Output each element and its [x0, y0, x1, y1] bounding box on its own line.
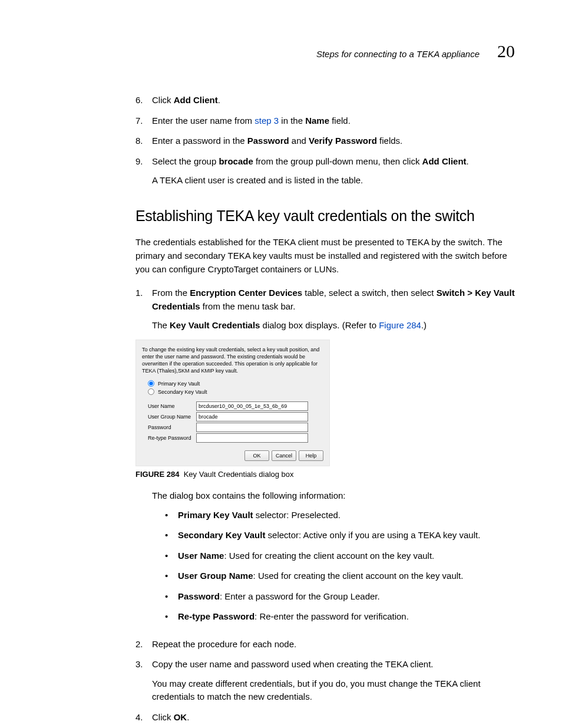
radio-primary-input[interactable]	[148, 380, 154, 387]
dialog-fields: User Name User Group Name Password Re-ty…	[148, 401, 310, 443]
dialog-intro: To change the existing key vault credent…	[142, 346, 323, 375]
step-c3: 3. Copy the user name and password used …	[135, 658, 515, 704]
list-item: Primary Key Vault selector: Preselected.	[165, 509, 515, 522]
user-group-field[interactable]	[196, 412, 308, 421]
list-item: Password: Enter a password for the Group…	[165, 590, 515, 604]
running-header: Steps for connecting to a TEKA appliance…	[59, 41, 515, 61]
steps-list-b: 1. From the Encryption Center Devices ta…	[135, 286, 515, 332]
content: 6. Click Add Client. 7. Enter the user n…	[59, 94, 515, 724]
steps-list-a: 6. Click Add Client. 7. Enter the user n…	[135, 94, 515, 187]
step-c4: 4. Click OK.	[135, 711, 515, 724]
user-name-field[interactable]	[196, 401, 308, 411]
step-b1-cont: The dialog box contains the following in…	[135, 489, 515, 631]
section-heading: Establishing TEKA key vault credentials …	[135, 207, 515, 225]
password-label: Password	[148, 422, 196, 433]
user-group-label: User Group Name	[148, 411, 196, 422]
step-b1: 1. From the Encryption Center Devices ta…	[135, 286, 515, 332]
step-9: 9. Select the group brocade from the gro…	[135, 155, 515, 187]
bullet-list: Primary Key Vault selector: Preselected.…	[165, 509, 515, 624]
radio-secondary-input[interactable]	[148, 388, 154, 395]
list-item: User Name: Used for creating the client …	[165, 549, 515, 563]
step-7: 7. Enter the user name from step 3 in th…	[135, 114, 515, 128]
cancel-button[interactable]: Cancel	[272, 450, 296, 461]
key-vault-credentials-dialog: To change the existing key vault credent…	[135, 340, 330, 467]
intro-paragraph: The credentials established for the TEKA…	[135, 235, 515, 276]
list-item: User Group Name: Used for creating the c…	[165, 569, 515, 583]
running-title: Steps for connecting to a TEKA appliance	[316, 49, 480, 59]
user-name-label: User Name	[148, 401, 196, 411]
page: Steps for connecting to a TEKA appliance…	[0, 0, 562, 728]
dialog-buttons: OK Cancel Help	[142, 450, 323, 461]
help-button[interactable]: Help	[299, 450, 323, 461]
figure-caption: FIGURE 284 Key Vault Credentials dialog …	[135, 470, 515, 479]
ok-button[interactable]: OK	[244, 450, 269, 461]
step-8: 8. Enter a password in the Password and …	[135, 134, 515, 148]
step-6: 6. Click Add Client.	[135, 94, 515, 107]
retype-password-field[interactable]	[196, 433, 308, 443]
list-item: Re-type Password: Re-enter the password …	[165, 610, 515, 624]
link-figure-284[interactable]: Figure 284	[379, 320, 421, 330]
radio-primary-label: Primary Key Vault	[158, 381, 200, 387]
password-field[interactable]	[196, 423, 308, 432]
chapter-number: 20	[497, 41, 515, 61]
retype-label: Re-type Password	[148, 433, 196, 443]
radio-secondary-label: Secondary Key Vault	[158, 389, 207, 395]
radio-secondary[interactable]: Secondary Key Vault	[148, 388, 323, 395]
list-item: Secondary Key Vault selector: Active onl…	[165, 529, 515, 542]
radio-primary[interactable]: Primary Key Vault	[148, 380, 323, 387]
link-step3[interactable]: step 3	[254, 116, 279, 126]
steps-after-fig: The dialog box contains the following in…	[135, 489, 515, 724]
step-c2: 2. Repeat the procedure for each node.	[135, 638, 515, 651]
dialog-radios: Primary Key Vault Secondary Key Vault	[142, 380, 323, 395]
